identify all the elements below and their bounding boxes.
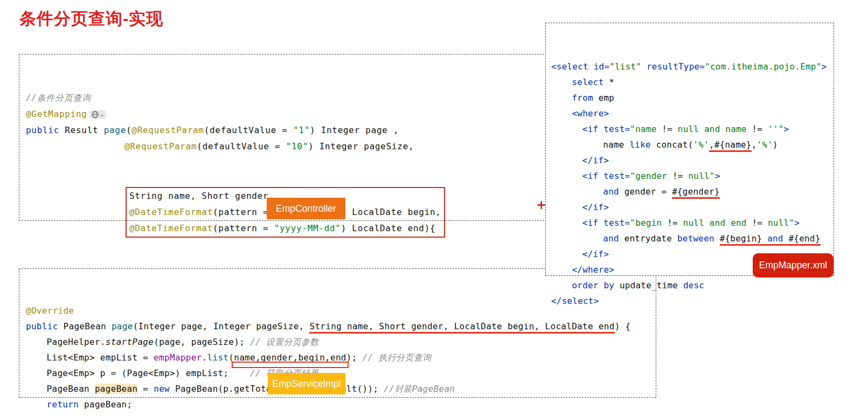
chevron-down-icon: ⌄	[100, 111, 105, 118]
code-token: @DateTimeFormat	[129, 207, 213, 217]
code-token: new	[154, 384, 170, 394]
code-token	[714, 233, 720, 244]
code-token: '%'	[693, 140, 710, 150]
code-token: !=	[752, 218, 762, 228]
code-token: @Override	[26, 306, 74, 316]
code-token: empMapper	[154, 352, 202, 363]
code-token: >	[783, 124, 789, 134]
code-token: like	[630, 140, 651, 150]
code-token: </if>	[582, 155, 609, 165]
code-token: '%'	[757, 140, 773, 150]
code-token: and	[767, 233, 783, 246]
page-title: 条件分页查询-实现	[19, 8, 163, 30]
code-token: PageBean	[47, 384, 95, 394]
code-token: >	[715, 171, 720, 181]
code-token: .	[202, 352, 207, 363]
code-token: and	[603, 233, 619, 244]
code-token: ''"	[762, 124, 783, 134]
code-token: between	[677, 233, 714, 244]
code-token: //条件分页查询	[26, 93, 91, 103]
code-token: <if test=	[582, 124, 630, 134]
code-token: from	[572, 93, 593, 103]
code-token: ) Integer pageSize,	[308, 141, 414, 151]
code-token: list	[207, 352, 229, 363]
code-token: public	[26, 321, 58, 331]
code-token: entrydate	[619, 233, 677, 244]
code-token: ,	[752, 140, 757, 150]
code-token: #{begin}	[720, 233, 768, 246]
code-token: "1"	[293, 125, 310, 135]
badge-emp-service-impl: EmpServiceImpl	[268, 373, 345, 394]
code-token: !=	[667, 218, 678, 228]
plus-annotation: +	[536, 198, 546, 212]
code-token: #{gender}	[672, 186, 720, 199]
code-token: >	[794, 218, 800, 228]
code-token: desc	[683, 280, 704, 290]
code-token: resultType=	[641, 61, 705, 72]
code-token: "begin	[630, 218, 667, 228]
code-token: (pattern =	[213, 207, 274, 217]
code-token: </where>	[572, 265, 615, 275]
code-token: select	[572, 77, 604, 87]
code-token: #{name}	[714, 140, 752, 152]
code-token: PageBean	[58, 321, 112, 331]
code-token: public	[26, 125, 59, 135]
code-token: *	[604, 77, 615, 87]
code-token: "list"	[609, 61, 641, 72]
code-token: );	[346, 352, 363, 363]
code-token: name	[603, 140, 629, 150]
code-token: //封装PageBean	[384, 384, 455, 394]
badge-emp-controller-label: EmpController	[276, 203, 336, 214]
code-token: pageBean;	[79, 399, 132, 410]
code-token: !=	[752, 124, 762, 134]
controller-code-top: //条件分页查询@GetMapping⌄public Result page(@…	[26, 90, 543, 155]
code-token: "name	[630, 124, 662, 134]
code-token: // 设置分页参数	[250, 337, 319, 347]
code-token: null and end	[678, 218, 752, 228]
code-token: @GetMapping	[26, 109, 87, 119]
code-token: "10"	[286, 141, 308, 151]
code-token: order by	[572, 280, 615, 290]
code-token: >	[822, 61, 827, 72]
code-token: String name, Short gender,	[129, 191, 274, 201]
code-token: </select>	[551, 296, 599, 306]
code-token: name,gender,begin,end	[234, 352, 346, 363]
code-token: )	[773, 140, 778, 150]
code-token: concat(	[651, 140, 693, 150]
code-token: gender =	[619, 186, 672, 197]
code-token: List<Emp> empList =	[47, 352, 154, 363]
code-panel-mapper: <select id="list" resultType="com.itheim…	[545, 23, 834, 276]
code-token: </if>	[582, 202, 609, 212]
code-token: ) LocalDate end){	[341, 223, 436, 233]
code-token: Page<Emp> p = (Page<Emp>) empList;	[47, 368, 250, 378]
code-token: =	[137, 384, 154, 394]
slide-page: 条件分页查询-实现 //条件分页查询@GetMapping⌄public Res…	[0, 0, 868, 416]
code-token: and	[603, 186, 619, 197]
code-token: @DateTimeFormat	[129, 223, 213, 233]
code-token: PageHelper.	[47, 337, 106, 347]
code-token: @RequestParam	[131, 125, 204, 135]
code-token: ,	[709, 140, 714, 152]
code-token: ) LocalDate begin,	[341, 207, 441, 217]
badge-emp-controller: EmpController	[267, 198, 345, 219]
code-token: #{end}	[783, 233, 821, 246]
code-token: Result	[59, 125, 104, 135]
code-token: @RequestParam	[124, 141, 197, 151]
code-token: !=	[662, 124, 672, 134]
code-token: "yyyy-MM-dd"	[274, 223, 341, 233]
code-token: <where>	[572, 108, 609, 119]
code-token: <if test=	[582, 218, 630, 228]
code-token: <if test=	[582, 171, 630, 181]
code-token: startPage	[106, 337, 154, 347]
code-token: // 执行分页查询	[363, 352, 432, 363]
code-token: (	[126, 125, 131, 135]
code-token: (page, pageSize);	[154, 337, 250, 347]
globe-dropdown-icon[interactable]: ⌄	[89, 110, 106, 119]
code-token: null"	[683, 171, 715, 181]
badge-emp-mapper-xml-label: EmpMapper.xml	[759, 260, 827, 271]
code-panel-controller: //条件分页查询@GetMapping⌄public Result page(@…	[19, 54, 550, 221]
code-token: (defaultValue =	[204, 125, 293, 135]
code-token: null and name	[672, 124, 752, 134]
code-token: return	[47, 399, 79, 410]
code-token: page	[104, 125, 126, 135]
